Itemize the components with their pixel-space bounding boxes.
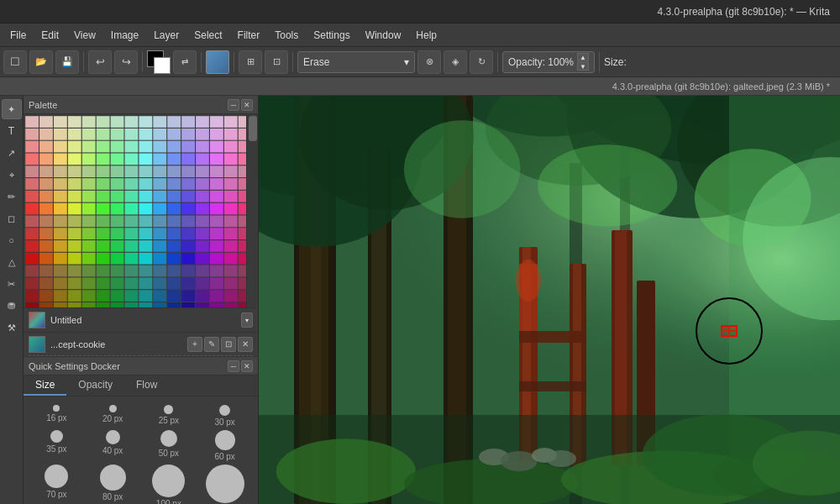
undo-button[interactable]: ↩: [88, 50, 112, 74]
menu-view[interactable]: View: [67, 27, 102, 44]
brush-item-50[interactable]: 50 px: [143, 430, 196, 461]
brush-item-80[interactable]: 80 px: [87, 465, 139, 504]
svg-rect-48: [259, 96, 840, 504]
separator-4: [234, 52, 234, 72]
tool-text[interactable]: T: [2, 121, 22, 141]
brush-item-16[interactable]: 16 px: [30, 405, 83, 427]
document-dropdown-button[interactable]: ▾: [241, 312, 253, 328]
brush-item-120[interactable]: 120 px: [198, 465, 251, 504]
quick-settings-tabs: Size Opacity Flow: [24, 375, 258, 396]
document-thumb: [29, 312, 45, 328]
tab-flow[interactable]: Flow: [124, 375, 169, 396]
toolbar: ☐ 📂 💾 ↩ ↪ ⇄ ⊞ ⊡ Erase ▾ ⊗ ◈ ↻ Opacity: 1…: [0, 47, 840, 77]
separator-3: [201, 52, 202, 72]
brush-label-30: 30 px: [214, 417, 234, 427]
brush-circle-16: [53, 405, 60, 412]
brush-item-35[interactable]: 35 px: [30, 430, 83, 461]
brush-item-20[interactable]: 20 px: [87, 405, 139, 427]
tool-polygon[interactable]: △: [2, 252, 22, 272]
layer-name: ...cept-cookie: [50, 339, 182, 349]
tool-ellipse[interactable]: ○: [2, 230, 22, 250]
save-document-button[interactable]: 💾: [55, 50, 79, 74]
color-swatch[interactable]: [147, 50, 171, 74]
menu-filter[interactable]: Filter: [231, 27, 267, 44]
tool-select[interactable]: ✦: [2, 99, 22, 119]
menu-file[interactable]: File: [3, 27, 33, 44]
menu-image[interactable]: Image: [104, 27, 145, 44]
tab-opacity[interactable]: Opacity: [66, 375, 124, 396]
main-area: ✦ T ↗ ⌖ ✏ ◻ ○ △ ✂ ⛃ ⚒ Palette ─ ✕: [0, 96, 840, 504]
brush-circle-40: [106, 430, 120, 444]
menu-layer[interactable]: Layer: [147, 27, 186, 44]
quick-settings-minimize-button[interactable]: ─: [228, 360, 239, 372]
palette-title: Palette: [29, 100, 57, 110]
erase-mode-dropdown[interactable]: Erase ▾: [297, 51, 415, 73]
titlebar: 4.3.0-prealpha (git 8c9b10e): * — Krita: [0, 0, 840, 24]
tab-size[interactable]: Size: [24, 375, 66, 396]
menu-settings[interactable]: Settings: [307, 27, 356, 44]
brush-circle-120: [206, 465, 244, 503]
quick-settings-controls: ─ ✕: [228, 360, 253, 372]
opacity-label: Opacity: 100%: [508, 56, 574, 68]
menu-window[interactable]: Window: [359, 27, 408, 44]
brush-item-30[interactable]: 30 px: [198, 405, 251, 427]
layer-item[interactable]: ...cept-cookie + ✎ ⊡ ✕: [24, 332, 258, 355]
layer-thumb: [29, 336, 45, 353]
open-document-button[interactable]: 📂: [29, 50, 53, 74]
tool-rectangle[interactable]: ◻: [2, 208, 22, 228]
menu-help[interactable]: Help: [409, 27, 444, 44]
brush-item-60[interactable]: 60 px: [198, 430, 251, 461]
layer-delete-button[interactable]: ✕: [238, 337, 253, 352]
preserve-alpha-button[interactable]: ◈: [444, 50, 467, 74]
opacity-up-button[interactable]: ▲: [577, 53, 589, 61]
new-document-button[interactable]: ☐: [3, 50, 27, 74]
brush-item-40[interactable]: 40 px: [87, 430, 139, 461]
tool-scissors[interactable]: ✂: [2, 274, 22, 294]
brush-label-70: 70 px: [46, 490, 66, 499]
redo-button[interactable]: ↪: [114, 50, 138, 74]
erase-mode-label: Erase: [303, 56, 329, 68]
tool-brush[interactable]: ✏: [2, 186, 22, 207]
tool-measure[interactable]: ⚒: [2, 318, 22, 338]
layer-copy-button[interactable]: ⊡: [221, 337, 236, 352]
tool-fill[interactable]: ⛃: [2, 296, 22, 316]
palette-grid[interactable]: [24, 114, 258, 307]
layer-add-button[interactable]: +: [187, 337, 202, 352]
palette-minimize-button[interactable]: ─: [228, 99, 239, 111]
layer-edit-button[interactable]: ✎: [204, 337, 219, 352]
menu-edit[interactable]: Edit: [34, 27, 66, 44]
background-color[interactable]: [154, 57, 171, 74]
tool-transform[interactable]: ↗: [2, 143, 22, 163]
erase-dropdown-arrow: ▾: [404, 56, 409, 68]
separator-7: [599, 52, 600, 72]
palette-scrollbar[interactable]: [246, 114, 258, 307]
menu-tools[interactable]: Tools: [268, 27, 305, 44]
opacity-control[interactable]: Opacity: 100% ▲ ▼: [502, 51, 595, 73]
wrap-button[interactable]: ↻: [470, 50, 493, 74]
brush-item-100[interactable]: 100 px: [143, 465, 196, 504]
brush-item-70[interactable]: 70 px: [30, 465, 83, 504]
swap-colors-button[interactable]: ⇄: [173, 50, 197, 74]
tool-crop[interactable]: ⌖: [2, 165, 22, 185]
document-name: Untitled: [50, 315, 236, 325]
brush-item-25[interactable]: 25 px: [143, 405, 196, 427]
grid-button[interactable]: ⊞: [239, 50, 262, 74]
brush-circle-25: [164, 405, 173, 414]
canvas-area[interactable]: [259, 96, 840, 504]
palette-scroll-thumb[interactable]: [249, 116, 257, 141]
separator-5: [292, 52, 293, 72]
quick-settings-close-button[interactable]: ✕: [241, 360, 253, 372]
brush-circle-80: [100, 465, 126, 491]
palette-close-button[interactable]: ✕: [241, 99, 253, 111]
opacity-spinner[interactable]: ▲ ▼: [577, 53, 589, 71]
mirror-button[interactable]: ⊡: [265, 50, 288, 74]
palette-canvas[interactable]: [24, 114, 258, 307]
separator-1: [83, 52, 84, 72]
brush-preview[interactable]: [206, 50, 229, 74]
canvas-scene: [259, 96, 840, 504]
eraser-clear-button[interactable]: ⊗: [417, 50, 441, 74]
menu-select[interactable]: Select: [187, 27, 228, 44]
opacity-down-button[interactable]: ▼: [577, 62, 589, 71]
document-layer-item[interactable]: Untitled ▾: [24, 308, 258, 332]
brush-label-80: 80 px: [102, 492, 123, 501]
